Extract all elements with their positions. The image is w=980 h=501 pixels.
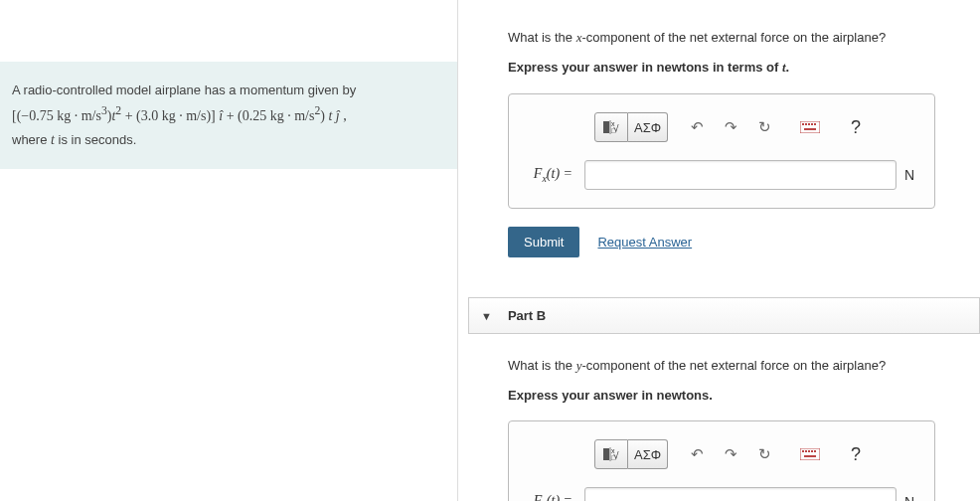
part-b-answer-box: x□√ ΑΣΦ ↶ ↷ ↻ ? Fy(t) = <box>508 420 935 501</box>
reset-icon[interactable]: ↻ <box>747 439 781 469</box>
svg-text:√: √ <box>613 123 619 134</box>
chevron-down-icon: ▼ <box>481 310 492 322</box>
redo-icon[interactable]: ↷ <box>714 112 747 142</box>
svg-rect-20 <box>814 450 816 452</box>
part-a-instruction: Express your answer in newtons in terms … <box>508 60 980 76</box>
problem-statement: A radio-controlled model airplane has a … <box>0 62 457 169</box>
part-b-question: What is the y-component of the net exter… <box>508 358 980 374</box>
greek-letters-button[interactable]: ΑΣΦ <box>628 112 668 142</box>
svg-rect-7 <box>808 123 810 125</box>
help-icon[interactable]: ? <box>839 112 873 142</box>
request-answer-link[interactable]: Request Answer <box>597 235 692 250</box>
svg-rect-0 <box>603 121 609 133</box>
part-a-question: What is the x-component of the net exter… <box>508 30 980 46</box>
template-icon[interactable]: x□√ <box>594 112 628 142</box>
svg-rect-11 <box>603 448 609 460</box>
svg-rect-5 <box>802 123 804 125</box>
help-icon[interactable]: ? <box>839 439 873 469</box>
part-b-answer-input[interactable] <box>584 487 897 501</box>
svg-rect-18 <box>808 450 810 452</box>
answer-panel: What is the x-component of the net exter… <box>468 0 980 501</box>
submit-button[interactable]: Submit <box>508 227 579 257</box>
svg-rect-9 <box>814 123 816 125</box>
part-a-content: What is the x-component of the net exter… <box>468 0 980 257</box>
keyboard-icon[interactable] <box>793 112 827 142</box>
problem-intro: A radio-controlled model airplane has a … <box>12 83 356 97</box>
part-a-answer-label: Fx(t) = <box>523 166 576 184</box>
reset-icon[interactable]: ↻ <box>747 112 781 142</box>
part-b-answer-label: Fy(t) = <box>523 493 576 501</box>
part-b-content: What is the y-component of the net exter… <box>468 334 980 501</box>
problem-formula: [(−0.75 kg · m/s3)t2 + (3.0 kg · m/s)] î… <box>12 108 347 123</box>
svg-rect-16 <box>802 450 804 452</box>
problem-tail: where t is in seconds. <box>12 132 136 147</box>
svg-rect-10 <box>804 128 816 130</box>
svg-text:√: √ <box>613 450 619 461</box>
part-b-title: Part B <box>502 308 546 323</box>
svg-rect-4 <box>800 121 820 133</box>
part-b-instruction: Express your answer in newtons. <box>508 388 980 403</box>
part-b-unit: N <box>904 494 920 501</box>
part-a-answer-input[interactable] <box>584 160 897 190</box>
greek-letters-button[interactable]: ΑΣΦ <box>628 439 668 469</box>
svg-rect-15 <box>800 448 820 460</box>
redo-icon[interactable]: ↷ <box>714 439 747 469</box>
part-a-toolbar: x□√ ΑΣΦ ↶ ↷ ↻ ? <box>594 112 920 142</box>
part-a-answer-box: x□√ ΑΣΦ ↶ ↷ ↻ ? Fx(t) = <box>508 93 935 209</box>
problem-panel: A radio-controlled model airplane has a … <box>0 0 457 501</box>
svg-rect-21 <box>804 455 816 457</box>
keyboard-icon[interactable] <box>793 439 827 469</box>
undo-icon[interactable]: ↶ <box>680 112 714 142</box>
undo-icon[interactable]: ↶ <box>680 439 714 469</box>
panel-divider <box>457 0 458 501</box>
svg-rect-8 <box>811 123 813 125</box>
svg-rect-6 <box>805 123 807 125</box>
template-icon[interactable]: x□√ <box>594 439 628 469</box>
svg-rect-19 <box>811 450 813 452</box>
part-b-header[interactable]: ▼ Part B <box>468 297 980 334</box>
part-b-toolbar: x□√ ΑΣΦ ↶ ↷ ↻ ? <box>594 439 920 469</box>
part-a-unit: N <box>904 167 920 183</box>
svg-rect-17 <box>805 450 807 452</box>
